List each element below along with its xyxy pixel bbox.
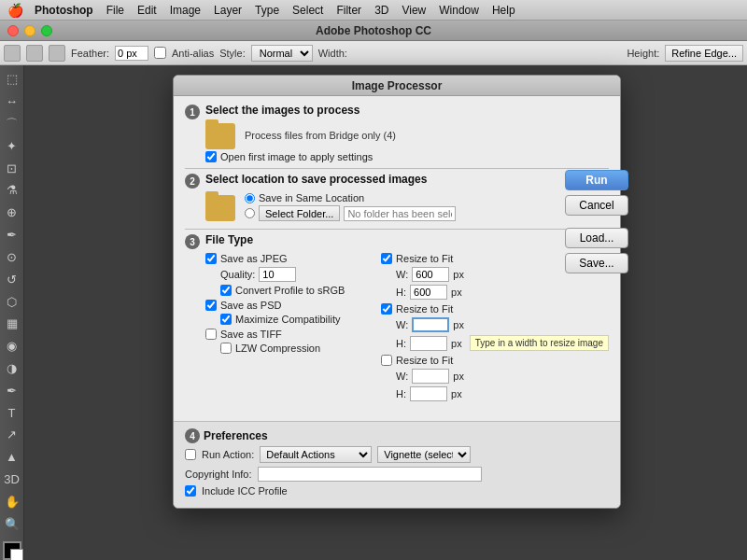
lzw-checkbox[interactable]: [220, 343, 232, 354]
tool-brush[interactable]: ✒: [2, 225, 22, 245]
section-1-title: Select the images to process: [205, 104, 359, 117]
tool-gradient[interactable]: ▦: [2, 314, 22, 334]
maximize-compat-checkbox[interactable]: [220, 314, 232, 325]
tool-move[interactable]: ↔: [2, 91, 22, 112]
psd-resize-label: Resize to Fit: [396, 303, 453, 315]
action-set-dropdown[interactable]: Default Actions: [260, 446, 372, 463]
height-label: Height:: [627, 48, 659, 59]
tiff-h-input[interactable]: [410, 386, 447, 401]
tool-pen[interactable]: ✒: [2, 380, 22, 400]
section-2: 2 Select location to save processed imag…: [185, 173, 609, 223]
save-same-location-radio[interactable]: [245, 193, 255, 203]
psd-h-input[interactable]: [410, 336, 447, 351]
tool-path[interactable]: ↗: [2, 425, 22, 445]
convert-profile-label: Convert Profile to sRGB: [235, 285, 345, 296]
menu-select[interactable]: Select: [292, 4, 323, 17]
tiff-w-px: px: [453, 371, 464, 382]
tool-eyedropper[interactable]: ⚗: [2, 180, 22, 201]
psd-resize-checkbox[interactable]: [381, 303, 392, 315]
tool-text[interactable]: T: [2, 402, 22, 423]
select-folder-button[interactable]: Select Folder...: [259, 205, 340, 221]
run-action-checkbox[interactable]: [185, 449, 196, 460]
style-dropdown[interactable]: Normal: [251, 45, 313, 62]
jpeg-w-input[interactable]: [412, 267, 449, 282]
maximize-compat-label: Maximize Compatibility: [235, 314, 340, 325]
preferences-section: 4 Preferences Run Action: Default Action…: [174, 421, 620, 508]
close-button[interactable]: [7, 25, 19, 36]
menu-file[interactable]: File: [106, 4, 124, 17]
tool-magic-wand[interactable]: ✦: [2, 135, 22, 156]
tool-heal[interactable]: ⊕: [2, 203, 22, 223]
menu-window[interactable]: Window: [439, 4, 479, 17]
folder-path-input[interactable]: [344, 206, 456, 221]
save-folder-radio[interactable]: [245, 208, 255, 218]
run-button[interactable]: Run: [565, 170, 628, 190]
jpeg-h-input[interactable]: [410, 285, 447, 300]
tiff-w-input[interactable]: [412, 369, 449, 384]
save-jpeg-checkbox[interactable]: [205, 253, 217, 264]
jpeg-h-px: px: [451, 287, 462, 298]
jpeg-resize-checkbox[interactable]: [381, 253, 392, 264]
menu-view[interactable]: View: [402, 4, 426, 17]
dialog-body: 1 Select the images to process Process f…: [174, 96, 620, 419]
menu-3d[interactable]: 3D: [374, 4, 388, 17]
icc-profile-checkbox[interactable]: [185, 485, 196, 497]
tool-lasso[interactable]: ⌒: [2, 114, 22, 134]
tool-zoom[interactable]: 🔍: [2, 513, 22, 534]
feather-label: Feather:: [71, 48, 109, 59]
refine-edge-button[interactable]: Refine Edge...: [665, 45, 743, 62]
menu-image[interactable]: Image: [170, 4, 201, 17]
tool-eraser[interactable]: ⬡: [2, 291, 22, 312]
save-button[interactable]: Save...: [565, 253, 628, 273]
background-color[interactable]: [10, 549, 23, 560]
cancel-button[interactable]: Cancel: [565, 195, 628, 216]
convert-profile-checkbox[interactable]: [220, 285, 232, 296]
tool-history[interactable]: ↺: [2, 269, 22, 289]
psd-w-px: px: [453, 319, 464, 330]
menu-layer[interactable]: Layer: [214, 4, 242, 17]
icc-profile-label: Include ICC Profile: [202, 485, 288, 497]
save-tiff-checkbox[interactable]: [205, 329, 217, 340]
menu-filter[interactable]: Filter: [336, 4, 361, 17]
tool-3d[interactable]: 3D: [2, 469, 22, 490]
antialias-checkbox[interactable]: [154, 47, 166, 59]
menu-type[interactable]: Type: [255, 4, 279, 17]
tool-blur[interactable]: ◉: [2, 336, 22, 357]
section-1: 1 Select the images to process Process f…: [185, 104, 609, 162]
psd-w-input[interactable]: [412, 317, 449, 332]
lzw-label: LZW Compression: [235, 343, 320, 354]
tool-crop[interactable]: ⊡: [2, 158, 22, 178]
maximize-button[interactable]: [41, 25, 52, 36]
foreground-color[interactable]: [3, 541, 21, 560]
tiff-w-label: W:: [396, 371, 408, 382]
tool-hand[interactable]: ✋: [2, 491, 22, 511]
minimize-button[interactable]: [24, 25, 35, 36]
load-button[interactable]: Load...: [565, 228, 628, 248]
dialog-titlebar: Image Processor: [174, 76, 620, 96]
jpeg-h-label: H:: [396, 287, 406, 298]
menu-help[interactable]: Help: [492, 4, 515, 17]
menu-photoshop[interactable]: Photoshop: [35, 4, 93, 17]
action-dropdown[interactable]: Vignette (selecti...: [377, 446, 471, 463]
tool-marquee[interactable]: ⬚: [2, 69, 22, 90]
section-3-num: 3: [185, 234, 200, 249]
open-first-image-checkbox[interactable]: [205, 151, 217, 162]
width-label: Width:: [318, 48, 347, 59]
save-psd-label: Save as PSD: [220, 300, 281, 311]
psd-h-px: px: [451, 338, 462, 349]
tool-dodge[interactable]: ◑: [2, 358, 22, 379]
psd-w-label: W:: [396, 319, 408, 330]
antialias-label: Anti-alias: [172, 48, 214, 59]
feather-input[interactable]: [115, 46, 148, 61]
save-folder-icon: [205, 195, 235, 221]
menu-edit[interactable]: Edit: [137, 4, 157, 17]
dialog-action-buttons: Run Cancel Load... Save...: [565, 170, 628, 273]
tool-clone[interactable]: ⊙: [2, 247, 22, 268]
tiff-resize-checkbox[interactable]: [381, 355, 392, 366]
jpeg-quality-input[interactable]: [259, 267, 296, 282]
tool-shape[interactable]: ▲: [2, 447, 22, 468]
save-psd-checkbox[interactable]: [205, 300, 217, 311]
apple-menu[interactable]: 🍎: [7, 3, 23, 18]
save-tiff-label: Save as TIFF: [220, 329, 282, 340]
copyright-input[interactable]: [258, 467, 482, 482]
